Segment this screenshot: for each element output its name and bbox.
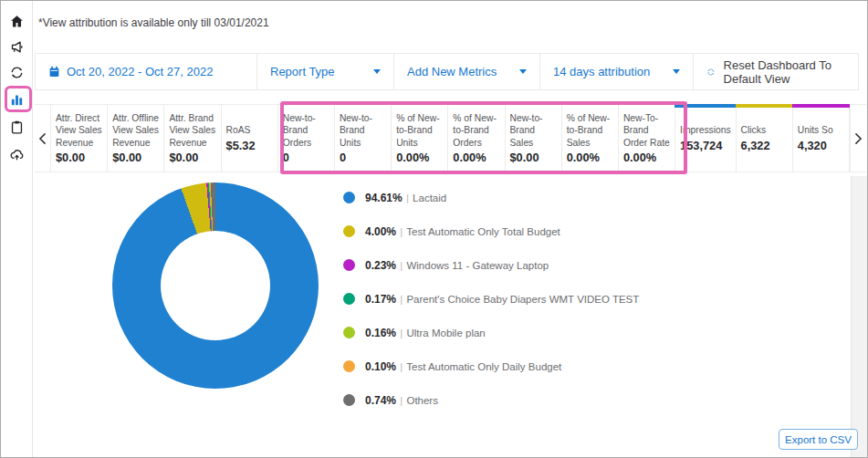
scroll-right-button[interactable] bbox=[850, 105, 866, 172]
attribution-window-dropdown[interactable]: 14 days attribution bbox=[540, 54, 694, 89]
legend-name: Test Automatic Only Daily Budget bbox=[406, 361, 561, 372]
metric-value: 0 bbox=[340, 151, 386, 164]
legend-pct: 0.74% bbox=[365, 394, 396, 407]
metric-label: Impressions bbox=[680, 124, 731, 137]
metric-value: $5.32 bbox=[226, 139, 273, 152]
legend-pct: 94.61% bbox=[365, 192, 403, 204]
metric-label: % of New-to-Brand Sales bbox=[567, 112, 613, 150]
legend-dot bbox=[343, 327, 355, 338]
legend-item: 4.00% | Test Automatic Only Total Budget bbox=[343, 214, 639, 248]
clipboard-icon bbox=[9, 120, 25, 135]
metric-color-indicator bbox=[675, 104, 737, 108]
sidebar-item-reports[interactable] bbox=[1, 88, 33, 110]
calendar-icon bbox=[48, 66, 60, 78]
reset-label: Reset Dashboard To Default View bbox=[724, 58, 845, 86]
legend-item: 0.10% | Test Automatic Only Daily Budget bbox=[343, 349, 639, 383]
metric-value: 0.00% bbox=[396, 151, 443, 164]
sidebar-item-automation[interactable] bbox=[1, 61, 33, 83]
recycle-icon bbox=[9, 65, 25, 80]
metric-card-new-to-brand-sales[interactable]: New-to-Brand Sales $0.00 bbox=[506, 105, 562, 172]
metric-value: 0.00% bbox=[623, 151, 670, 164]
metric-card-roas[interactable]: RoAS $5.32 bbox=[222, 105, 278, 172]
add-new-metrics-dropdown[interactable]: Add New Metrics bbox=[394, 54, 540, 89]
metric-card-units-sold[interactable]: Units So 4,320 bbox=[793, 105, 850, 172]
legend-name: Ultra Mobile plan bbox=[406, 328, 485, 338]
metric-card-attr-offline-view-sales-revenue[interactable]: Attr. Offline View Sales Revenue $0.00 bbox=[108, 105, 164, 172]
chevron-right-icon bbox=[854, 133, 863, 144]
metric-label: New-to-Brand Orders bbox=[283, 112, 329, 150]
metric-label: Attr. Offline View Sales Revenue bbox=[112, 112, 159, 150]
metric-label: Clicks bbox=[741, 124, 788, 137]
legend-name: Lactaid bbox=[413, 193, 446, 203]
sidebar-item-downloads[interactable] bbox=[1, 143, 33, 165]
legend-pct: 0.23% bbox=[365, 259, 396, 272]
date-range-picker[interactable]: Oct 20, 2022 - Oct 27, 2022 bbox=[36, 54, 257, 89]
metric-card-clicks[interactable]: Clicks 6,322 bbox=[737, 105, 793, 172]
add-metrics-label: Add New Metrics bbox=[407, 65, 497, 78]
attribution-label: 14 days attribution bbox=[553, 65, 650, 78]
legend-name: Others bbox=[406, 395, 438, 406]
sidebar bbox=[1, 1, 33, 457]
attribution-note: *View attribution is available only till… bbox=[38, 16, 269, 29]
donut-ring[interactable] bbox=[112, 182, 319, 389]
metric-color-indicator bbox=[736, 104, 793, 108]
legend-item: 0.16% | Ultra Mobile plan bbox=[343, 316, 639, 349]
legend-item: 94.61% | Lactaid bbox=[343, 181, 639, 214]
legend-separator: | bbox=[405, 193, 410, 203]
metric-label: % of New-to-Brand Units bbox=[396, 112, 443, 150]
legend-separator: | bbox=[399, 361, 403, 372]
metric-label: Units So bbox=[798, 124, 844, 137]
metric-label: RoAS bbox=[226, 124, 273, 137]
refresh-icon bbox=[706, 66, 716, 78]
metric-card-attr-brand-view-sales-revenue[interactable]: Attr. Brand View Sales Revenue $0.00 bbox=[164, 105, 221, 172]
legend-separator: | bbox=[399, 294, 403, 305]
report-type-label: Report Type bbox=[270, 65, 335, 78]
metric-value: 153,724 bbox=[680, 139, 731, 152]
dashboard-page: *View attribution is available only till… bbox=[0, 0, 868, 458]
metric-label: New-to-Brand Sales bbox=[510, 112, 557, 150]
legend-pct: 4.00% bbox=[365, 225, 396, 238]
legend-pct: 0.16% bbox=[365, 327, 396, 339]
sidebar-item-tasks[interactable] bbox=[1, 116, 33, 138]
metric-value: 0.00% bbox=[567, 151, 613, 164]
legend-item: 0.17% | Parent's Choice Baby Diapers WMT… bbox=[343, 282, 639, 316]
metric-card-pct-new-to-brand-units[interactable]: % of New-to-Brand Units 0.00% bbox=[392, 105, 448, 172]
metric-card-impressions[interactable]: Impressions 153,724 bbox=[675, 105, 737, 172]
metric-value: 6,322 bbox=[741, 139, 788, 152]
legend-dot bbox=[343, 259, 355, 271]
bar-chart-icon bbox=[9, 92, 25, 108]
legend-name: Parent's Choice Baby Diapers WMT VIDEO T… bbox=[406, 294, 639, 305]
metric-value: 0 bbox=[283, 151, 329, 164]
sidebar-item-campaigns[interactable] bbox=[1, 36, 33, 57]
scroll-left-button[interactable] bbox=[35, 105, 51, 172]
metric-card-pct-new-to-brand-sales[interactable]: % of New-to-Brand Sales 0.00% bbox=[562, 105, 619, 172]
legend-dot bbox=[343, 225, 355, 237]
metric-color-indicator bbox=[792, 104, 850, 108]
metric-value: $0.00 bbox=[510, 151, 557, 164]
legend-dot bbox=[343, 293, 355, 305]
date-range-value: Oct 20, 2022 - Oct 27, 2022 bbox=[67, 65, 213, 78]
home-icon bbox=[9, 14, 25, 29]
chevron-down-icon bbox=[519, 69, 527, 74]
legend-separator: | bbox=[399, 328, 403, 338]
metric-value: $0.00 bbox=[56, 151, 102, 164]
sidebar-item-home[interactable] bbox=[1, 10, 33, 32]
metric-label: % of New-to-Brand Orders bbox=[453, 112, 499, 150]
metric-card-attr-direct-view-sales-revenue[interactable]: Attr. Direct View Sales Revenue $0.00 bbox=[51, 105, 108, 172]
legend-dot bbox=[343, 192, 355, 203]
report-type-dropdown[interactable]: Report Type bbox=[257, 54, 394, 89]
legend-pct: 0.10% bbox=[365, 360, 396, 373]
chevron-down-icon bbox=[673, 69, 680, 74]
page-background-strip bbox=[851, 176, 868, 458]
metric-card-new-to-brand-units[interactable]: New-to-Brand Units 0 bbox=[335, 105, 392, 172]
export-to-csv-button[interactable]: Export to CSV bbox=[779, 429, 858, 450]
metric-card-pct-new-to-brand-orders[interactable]: % of New-to-Brand Orders 0.00% bbox=[448, 105, 505, 172]
metric-card-new-to-brand-order-rate[interactable]: New-To-Brand Order Rate 0.00% bbox=[619, 105, 675, 172]
donut-chart[interactable] bbox=[112, 182, 319, 389]
legend-dot bbox=[343, 394, 355, 406]
chevron-down-icon bbox=[373, 69, 381, 74]
metric-card-new-to-brand-orders[interactable]: New-to-Brand Orders 0 bbox=[278, 105, 335, 172]
reset-dashboard-button[interactable]: Reset Dashboard To Default View bbox=[694, 54, 858, 89]
megaphone-icon bbox=[9, 39, 25, 55]
metric-value: $0.00 bbox=[169, 151, 215, 164]
